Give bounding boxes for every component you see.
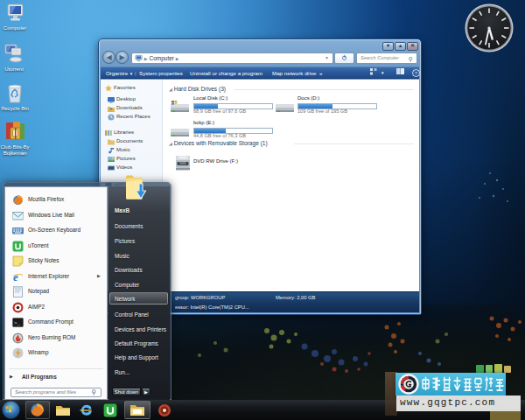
svg-text:>_: >_ [14,320,21,326]
svg-text:e: e [13,271,18,283]
svg-text:DVD: DVD [179,162,186,165]
